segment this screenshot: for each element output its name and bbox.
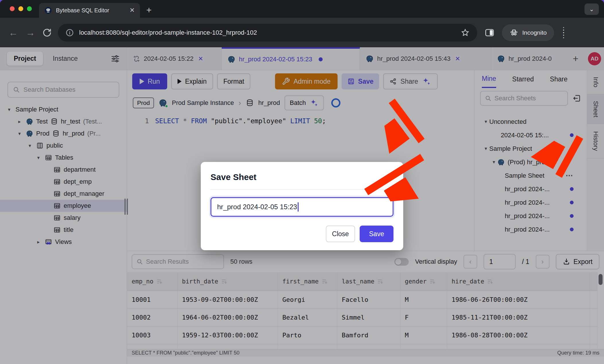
text-cursor [298,202,299,212]
tab-search-chevron-button[interactable]: ⌄ [584,3,599,15]
back-button[interactable]: ← [7,27,19,38]
bookmark-star-icon[interactable] [461,28,470,37]
close-button[interactable]: Close [326,226,355,242]
browser-tab[interactable]: Bytebase SQL Editor ✕ [39,3,140,18]
browser-tabstrip: Bytebase SQL Editor ✕ + ⌄ [0,0,604,18]
browser-navbar: ← → localhost:8080/sql-editor/prod-sampl… [0,18,604,47]
browser-tab-close-icon[interactable]: ✕ [130,7,135,14]
dialog-divider [211,189,393,190]
dialog-title: Save Sheet [211,162,393,182]
url-text: localhost:8080/sql-editor/prod-sample-in… [79,29,455,36]
sheet-name-value: hr_prod 2024-02-05 15:23 [217,203,297,211]
dialog-save-button[interactable]: Save [360,226,393,242]
screen: Bytebase SQL Editor ✕ + ⌄ ← → localhost:… [0,0,604,364]
browser-menu-icon[interactable]: ⋮⋮⋮ [560,29,566,36]
save-sheet-dialog: Save Sheet ✕ hr_prod 2024-02-05 15:23 Cl… [201,162,403,250]
reload-button[interactable] [42,28,52,38]
side-panel-icon[interactable] [484,27,495,38]
incognito-label: Incognito [522,29,547,36]
zoom-window-button[interactable] [27,6,32,11]
bytebase-favicon [44,6,52,14]
dialog-close-icon[interactable]: ✕ [386,172,393,182]
address-bar[interactable]: localhost:8080/sql-editor/prod-sample-in… [58,24,477,42]
new-tab-button[interactable]: + [146,5,152,15]
browser-tab-title: Bytebase SQL Editor [56,7,126,14]
sheet-name-input[interactable]: hr_prod 2024-02-05 15:23 [211,197,393,217]
close-window-button[interactable] [10,6,15,11]
incognito-icon [509,28,519,37]
forward-button[interactable]: → [25,27,36,38]
site-info-icon[interactable] [65,28,74,37]
minimize-window-button[interactable] [18,6,23,11]
window-controls [10,6,32,11]
incognito-badge: Incognito [502,24,554,41]
browser-chrome: Bytebase SQL Editor ✕ + ⌄ ← → localhost:… [0,0,604,47]
dialog-buttons: Close Save [326,226,393,242]
